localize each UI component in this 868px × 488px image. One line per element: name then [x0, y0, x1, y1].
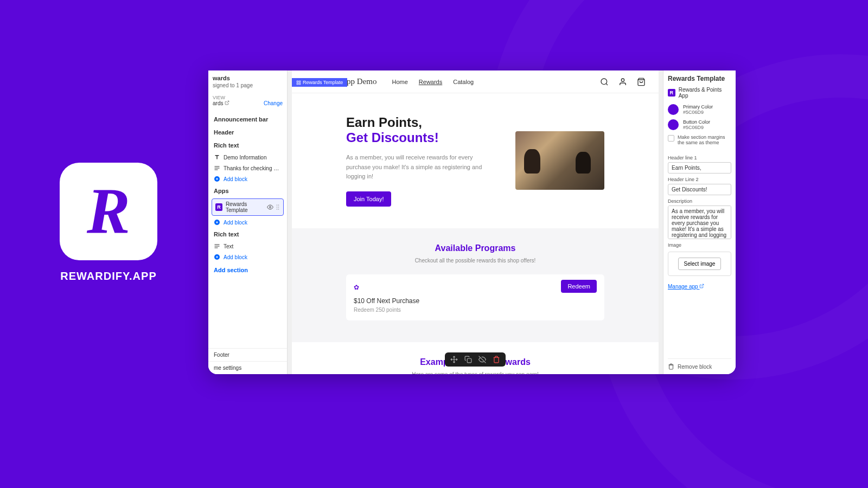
add-block-2[interactable]: Add block — [208, 217, 287, 228]
redeem-button[interactable]: Redeem — [561, 280, 597, 293]
header2-label: Header Line 2 — [668, 177, 731, 182]
visibility-icon[interactable] — [267, 204, 273, 210]
button-swatch — [668, 119, 679, 130]
join-button[interactable]: Join Today! — [346, 191, 391, 207]
header1-input[interactable] — [668, 162, 731, 174]
delete-icon[interactable] — [493, 356, 500, 363]
brand-block: R REWARDIFY.APP — [60, 163, 157, 282]
selection-tag: Rewards Template — [292, 78, 347, 87]
app-logo: R — [60, 163, 157, 260]
header1-label: Header line 1 — [668, 155, 731, 160]
add-section-link[interactable]: Add section — [208, 262, 287, 278]
account-icon[interactable] — [618, 78, 627, 86]
panel-subtitle: signed to 1 page — [213, 82, 283, 88]
plus-icon — [214, 254, 220, 260]
image-label: Image — [668, 242, 731, 248]
editor-window: wards signed to 1 page VIEW ards Change … — [208, 70, 736, 374]
svg-point-4 — [277, 207, 278, 208]
search-icon[interactable] — [600, 78, 609, 86]
add-block-3[interactable]: Add block — [208, 252, 287, 262]
section-apps[interactable]: Apps — [208, 184, 287, 197]
programs-subtitle: Checkout all the possible rewards this s… — [346, 258, 604, 264]
section-rich-text-1[interactable]: Rich text — [208, 139, 287, 152]
app-badge-icon: R — [668, 89, 675, 97]
plus-icon — [214, 219, 220, 226]
nav-rewards[interactable]: Rewards — [419, 79, 442, 85]
nav-home[interactable]: Home — [392, 79, 407, 85]
move-icon[interactable] — [450, 356, 458, 363]
svg-point-14 — [601, 79, 607, 85]
view-value: ards — [213, 100, 229, 106]
svg-point-5 — [278, 207, 279, 208]
primary-color-picker[interactable]: Primary Color #5C06D9 — [668, 104, 731, 115]
section-announcement[interactable]: Announcement bar — [208, 113, 287, 126]
select-image-button[interactable]: Select image — [678, 258, 722, 270]
desc-textarea[interactable]: As a member, you will receive rewards fo… — [668, 206, 731, 239]
layers-panel: wards signed to 1 page VIEW ards Change … — [208, 70, 288, 374]
logo-letter: R — [87, 174, 130, 249]
svg-rect-10 — [297, 81, 298, 82]
section-rich-text-2[interactable]: Rich text — [208, 228, 287, 241]
program-card: ✿ Redeem $10 Off Next Purchase Redeem 25… — [346, 274, 604, 320]
block-rewards-template-selected[interactable]: R Rewards Template — [212, 198, 284, 216]
svg-rect-16 — [467, 358, 471, 363]
section-footer[interactable]: Footer — [208, 348, 287, 361]
desc-label: Description — [668, 198, 731, 204]
claimed-subtitle: Here are some of the types of rewards yo… — [346, 371, 604, 374]
nav-catalog[interactable]: Catalog — [453, 79, 474, 85]
lines-icon — [214, 165, 220, 171]
program-cost: Redeem 250 points — [354, 307, 597, 313]
svg-point-2 — [277, 205, 278, 206]
svg-rect-13 — [299, 83, 301, 85]
program-name: $10 Off Next Purchase — [354, 297, 597, 305]
duplicate-icon[interactable] — [464, 356, 472, 363]
lines-icon — [214, 243, 220, 249]
floating-toolbar — [445, 352, 506, 367]
hide-icon[interactable] — [478, 356, 486, 363]
header2-input[interactable] — [668, 184, 731, 195]
app-caption: REWARDIFY.APP — [60, 270, 157, 282]
cart-icon[interactable] — [637, 78, 646, 86]
image-picker: Select image — [668, 252, 731, 276]
app-name: Rewards & Points App — [679, 87, 731, 99]
add-block-1[interactable]: Add block — [208, 174, 287, 184]
settings-panel: Rewards Template R Rewards & Points App … — [663, 70, 736, 374]
svg-point-15 — [621, 79, 624, 81]
svg-point-1 — [270, 207, 271, 208]
drag-icon[interactable] — [276, 204, 280, 210]
plus-icon — [214, 176, 220, 182]
section-header[interactable]: Header — [208, 126, 287, 139]
margins-label: Make section margins the same as theme — [678, 134, 731, 145]
view-label: VIEW — [213, 95, 283, 100]
block-thanks[interactable]: Thanks for checking out our... — [208, 163, 287, 174]
change-link[interactable]: Change — [264, 100, 283, 106]
primary-swatch — [668, 104, 679, 115]
programs-section: Available Programs Checkout all the poss… — [292, 228, 659, 342]
margins-checkbox[interactable] — [668, 135, 674, 142]
settings-title: Rewards Template — [668, 75, 731, 82]
hero-line1: Earn Points, — [346, 115, 483, 130]
preview-canvas: Rewards Template Rewardify App Demo Home… — [288, 70, 663, 374]
svg-rect-12 — [297, 83, 298, 85]
hero-image — [515, 131, 604, 190]
panel-title: wards — [213, 75, 230, 81]
button-color-picker[interactable]: Button Color #5C06D9 — [668, 119, 731, 130]
app-badge-icon: R — [215, 203, 222, 211]
hero-section: Earn Points, Get Discounts! As a member,… — [292, 93, 659, 228]
svg-point-6 — [277, 209, 278, 210]
block-demo-info[interactable]: Demo Information — [208, 152, 287, 163]
svg-point-7 — [278, 209, 279, 210]
manage-app-link[interactable]: Manage app — [668, 284, 731, 290]
block-text[interactable]: Text — [208, 241, 287, 252]
hero-desc: As a member, you will receive rewards fo… — [346, 153, 483, 182]
svg-rect-11 — [299, 81, 301, 82]
hero-line2: Get Discounts! — [346, 130, 483, 145]
svg-point-3 — [278, 205, 279, 206]
remove-block-button[interactable]: Remove block — [668, 358, 731, 370]
theme-settings[interactable]: me settings — [208, 361, 287, 374]
programs-title: Available Programs — [346, 243, 604, 253]
gift-icon: ✿ — [354, 284, 359, 291]
text-icon — [214, 154, 220, 160]
